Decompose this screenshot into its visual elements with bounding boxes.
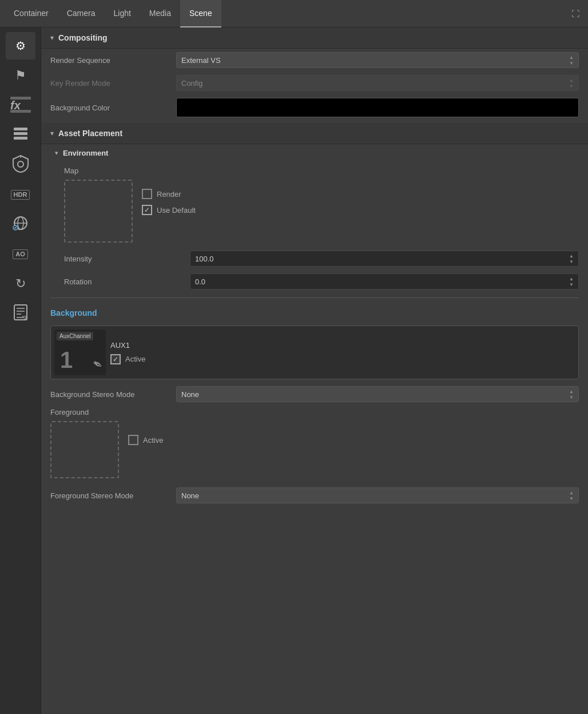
sidebar-item-settings[interactable]: ⚙: [6, 32, 35, 60]
bg-stereo-mode-label: Background Stereo Mode: [50, 390, 176, 399]
bg-stereo-mode-select-text: None: [181, 390, 199, 399]
background-active-label: Active: [125, 355, 145, 363]
foreground-active-row: Active: [128, 435, 163, 445]
render-checkbox-label: Render: [157, 190, 181, 199]
aux-card-thumbnail: AuxChannel 1 ✒: [54, 330, 106, 375]
use-default-checkbox-row: Use Default: [142, 205, 196, 215]
globe-icon: [13, 215, 29, 234]
map-options: Render Use Default: [142, 180, 196, 215]
sidebar-item-swirl[interactable]: ↻: [6, 270, 35, 298]
ao-icon: AO: [13, 249, 28, 259]
key-render-mode-label: Key Render Mode: [50, 79, 176, 88]
intensity-input[interactable]: 100.0 ▲ ▼: [190, 251, 579, 267]
asset-placement-section-header[interactable]: ▾ Asset Placement: [41, 123, 588, 144]
asset-placement-title: Asset Placement: [58, 129, 122, 138]
sidebar-item-layers[interactable]: [6, 121, 35, 149]
aux-big-number: 1: [60, 347, 73, 373]
sidebar-item-globe[interactable]: [6, 211, 35, 238]
top-bar-icons: ⛶: [567, 0, 583, 27]
svg-rect-5: [14, 137, 27, 140]
foreground-active-checkbox[interactable]: [128, 435, 138, 445]
brush-icon: ✒: [89, 355, 106, 374]
compositing-section-header[interactable]: ▾ Compositing: [41, 27, 588, 49]
key-render-mode-row: Key Render Mode Config ▲ ▼: [41, 72, 588, 94]
background-active-checkbox[interactable]: [110, 354, 121, 364]
layers-icon: [13, 128, 29, 143]
hdr-icon: HDR: [11, 190, 30, 200]
background-color-swatch[interactable]: [176, 98, 579, 117]
fg-stereo-mode-row: Foreground Stereo Mode None ▲ ▼: [41, 484, 588, 507]
svg-point-6: [18, 161, 23, 167]
settings-icon: ⚙: [15, 39, 26, 53]
render-checkbox-row: Render: [142, 189, 196, 199]
sidebar: ⚙ ⚑ fx: [0, 27, 41, 714]
foreground-area: Foreground Active: [41, 406, 588, 481]
bg-stereo-mode-select[interactable]: None ▲ ▼: [176, 386, 579, 402]
environment-chevron: ▾: [55, 149, 58, 157]
map-label: Map: [64, 166, 579, 175]
asset-placement-chevron: ▾: [50, 129, 54, 137]
svg-rect-4: [14, 132, 27, 135]
background-section-header[interactable]: Background: [41, 303, 588, 323]
svg-text:fx: fx: [10, 99, 21, 112]
key-render-mode-select-text: Config: [181, 79, 203, 88]
environment-subsection-header[interactable]: ▾ Environment: [41, 144, 588, 162]
intensity-number: 100.0: [195, 255, 214, 263]
foreground-label: Foreground: [50, 408, 579, 416]
sidebar-item-doc[interactable]: [6, 300, 35, 327]
background-color-row: Background Color: [41, 94, 588, 121]
fullscreen-icon[interactable]: ⛶: [567, 6, 583, 22]
main-layout: ⚙ ⚑ fx: [0, 27, 588, 714]
rotation-row: Rotation 0.0 ▲ ▼: [41, 270, 588, 293]
tab-camera[interactable]: Camera: [58, 0, 105, 27]
aux-name: AUX1: [110, 341, 145, 350]
fg-stereo-mode-select-text: None: [181, 491, 199, 500]
render-sequence-select[interactable]: External VS ▲ ▼: [176, 52, 579, 68]
aux-card: AuxChannel 1 ✒ AUX1 Active: [50, 326, 579, 379]
compositing-title: Compositing: [58, 33, 108, 42]
foreground-options: Active: [128, 421, 163, 445]
background-section-title: Background: [50, 308, 97, 318]
render-sequence-label: Render Sequence: [50, 56, 176, 65]
bg-stereo-mode-value: None ▲ ▼: [176, 386, 579, 402]
map-thumbnail-row: Render Use Default: [64, 180, 579, 243]
tab-light[interactable]: Light: [105, 0, 140, 27]
tab-container[interactable]: Container: [5, 0, 58, 27]
sidebar-item-fx[interactable]: fx: [6, 92, 35, 119]
bg-stereo-arrows: ▲ ▼: [569, 389, 574, 400]
doc-icon: [13, 304, 28, 324]
fg-stereo-mode-label: Foreground Stereo Mode: [50, 491, 176, 500]
foreground-thumbnail: [50, 421, 119, 478]
swirl-icon: ↻: [15, 276, 26, 291]
fg-stereo-arrows: ▲ ▼: [569, 490, 574, 501]
render-checkbox[interactable]: [142, 189, 152, 199]
nav-tabs: Container Camera Light Media Scene: [5, 0, 221, 27]
flag-icon: ⚑: [15, 68, 26, 83]
aux-channel-badge: AuxChannel: [57, 332, 93, 340]
aux-info: AUX1 Active: [110, 341, 145, 364]
key-render-mode-select[interactable]: Config ▲ ▼: [176, 75, 579, 91]
rotation-label: Rotation: [64, 277, 190, 286]
svg-rect-2: [10, 110, 31, 113]
tab-scene[interactable]: Scene: [180, 0, 221, 27]
use-default-checkbox-label: Use Default: [157, 206, 196, 215]
render-sequence-value: External VS ▲ ▼: [176, 52, 579, 68]
environment-title: Environment: [63, 149, 108, 157]
rotation-input[interactable]: 0.0 ▲ ▼: [190, 273, 579, 289]
foreground-row: Active: [50, 421, 579, 478]
rotation-number: 0.0: [195, 277, 205, 286]
fg-stereo-mode-select[interactable]: None ▲ ▼: [176, 487, 579, 503]
sidebar-item-shield[interactable]: [6, 151, 35, 178]
foreground-active-label: Active: [143, 436, 163, 445]
tab-media[interactable]: Media: [140, 0, 180, 27]
intensity-arrows: ▲ ▼: [569, 253, 574, 264]
use-default-checkbox[interactable]: [142, 205, 152, 215]
map-thumbnail: [64, 180, 133, 243]
render-sequence-arrows: ▲ ▼: [569, 55, 574, 66]
sidebar-item-flag[interactable]: ⚑: [6, 62, 35, 89]
sidebar-item-hdr[interactable]: HDR: [6, 181, 35, 208]
render-sequence-select-text: External VS: [181, 56, 221, 65]
sidebar-item-ao[interactable]: AO: [6, 240, 35, 268]
intensity-value: 100.0 ▲ ▼: [190, 251, 579, 267]
compositing-chevron: ▾: [50, 34, 54, 42]
